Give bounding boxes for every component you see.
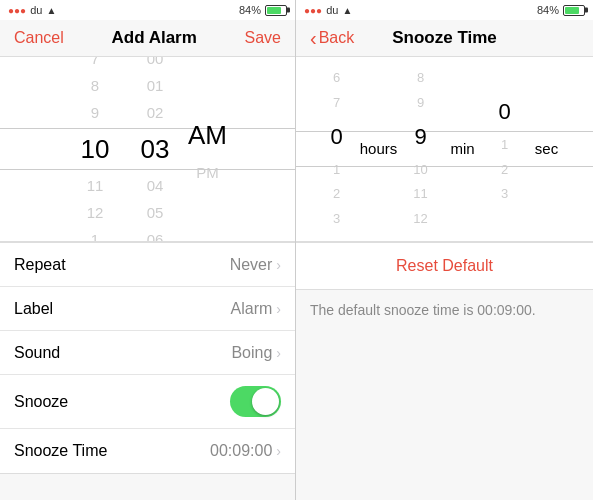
left-status-right: 84% xyxy=(239,4,287,16)
right-signal-icon: ●●● xyxy=(304,5,322,16)
snooze-toggle-group xyxy=(230,386,281,417)
snooze-label: Snooze xyxy=(14,393,68,411)
snooze-sec-label-col: sec xyxy=(523,57,571,241)
time-picker[interactable]: 7 8 9 10 11 12 1 00 01 02 03 04 05 06 xyxy=(0,57,295,242)
picker-columns: 7 8 9 10 11 12 1 00 01 02 03 04 05 06 xyxy=(65,57,230,241)
snooze-settings: Reset Default The default snooze time is… xyxy=(296,242,593,500)
back-button[interactable]: ‹ Back xyxy=(310,28,354,48)
right-status-right: 84% xyxy=(537,4,585,16)
snooze-hour-1: 1 xyxy=(319,158,355,183)
left-battery-pct: 84% xyxy=(239,4,261,16)
right-carrier: du xyxy=(326,4,338,16)
hour-item-1: 1 xyxy=(65,226,125,242)
minute-column[interactable]: 00 01 02 03 04 05 06 xyxy=(125,57,185,241)
snooze-columns: 6 7 0 1 2 3 hours 8 9 xyxy=(319,57,571,241)
snooze-time-title: Snooze Time xyxy=(392,28,497,48)
minute-item-06: 06 xyxy=(125,226,185,242)
hour-item-10-selected: 10 xyxy=(65,126,125,173)
snooze-hours-label-col: hours xyxy=(355,57,403,241)
sound-value: Boing xyxy=(231,344,272,362)
snooze-hour-column[interactable]: 6 7 0 1 2 3 xyxy=(319,57,355,241)
left-header: Cancel Add Alarm Save xyxy=(0,20,295,57)
right-status-left: ●●● du ▲ xyxy=(304,4,352,16)
snooze-min-9-pre: 9 xyxy=(403,91,439,116)
snooze-sec-1: 1 xyxy=(487,133,523,158)
snooze-minute-column[interactable]: 8 9 9 10 11 12 xyxy=(403,57,439,241)
snooze-hour-7: 6 xyxy=(319,66,355,91)
right-battery-icon xyxy=(563,5,585,16)
left-battery-icon xyxy=(265,5,287,16)
sound-label: Sound xyxy=(14,344,60,362)
left-status-left: ●●● du ▲ xyxy=(8,4,56,16)
reset-section: Reset Default xyxy=(296,242,593,290)
label-row[interactable]: Label Alarm › xyxy=(0,287,295,331)
right-battery-pct: 84% xyxy=(537,4,559,16)
snooze-hour-3: 3 xyxy=(319,207,355,232)
minute-item-00: 00 xyxy=(125,57,185,72)
snooze-sec-2: 2 xyxy=(487,158,523,183)
snooze-picker[interactable]: 6 7 0 1 2 3 hours 8 9 xyxy=(296,57,593,242)
snooze-time-row[interactable]: Snooze Time 00:09:00 › xyxy=(0,429,295,473)
snooze-sec-0-selected: 0 xyxy=(487,91,523,133)
sound-value-group: Boing › xyxy=(231,344,281,362)
snooze-min-label: min xyxy=(450,135,474,164)
left-status-bar: ●●● du ▲ 84% xyxy=(0,0,295,20)
toggle-knob xyxy=(252,388,279,415)
minute-item-05: 05 xyxy=(125,199,185,226)
save-button[interactable]: Save xyxy=(245,29,281,47)
label-label: Label xyxy=(14,300,53,318)
snooze-toggle[interactable] xyxy=(230,386,281,417)
info-section: The default snooze time is 00:09:00. xyxy=(296,290,593,330)
repeat-chevron-icon: › xyxy=(276,257,281,273)
right-wifi-icon: ▲ xyxy=(342,5,352,16)
cancel-button[interactable]: Cancel xyxy=(14,29,64,47)
hour-item-11: 11 xyxy=(65,172,125,199)
snooze-sec-3: 3 xyxy=(487,182,523,207)
hour-column[interactable]: 7 8 9 10 11 12 1 xyxy=(65,57,125,241)
reset-default-button[interactable]: Reset Default xyxy=(396,257,493,275)
snooze-hour-8: 7 xyxy=(319,91,355,116)
snooze-second-column[interactable]: 0 1 2 3 xyxy=(487,57,523,241)
sound-row[interactable]: Sound Boing › xyxy=(0,331,295,375)
left-battery-fill xyxy=(267,7,281,14)
minute-item-01: 01 xyxy=(125,72,185,99)
right-header: ‹ Back Snooze Time xyxy=(296,20,593,57)
repeat-row[interactable]: Repeat Never › xyxy=(0,243,295,287)
period-column[interactable]: AM PM xyxy=(185,57,230,241)
snooze-time-label: Snooze Time xyxy=(14,442,107,460)
minute-item-02: 02 xyxy=(125,99,185,126)
snooze-min-11: 11 xyxy=(403,182,439,207)
snooze-min-12: 12 xyxy=(403,207,439,232)
right-status-bar: ●●● du ▲ 84% xyxy=(296,0,593,20)
right-battery-fill xyxy=(565,7,579,14)
back-chevron-icon: ‹ xyxy=(310,28,317,48)
snooze-min-label-col: min xyxy=(439,57,487,241)
settings-group: Repeat Never › Label Alarm › Sound Boing… xyxy=(0,242,295,474)
repeat-value-group: Never › xyxy=(230,256,281,274)
label-value-group: Alarm › xyxy=(231,300,281,318)
period-item-am-selected: AM xyxy=(185,112,230,159)
snooze-time-value: 00:09:00 xyxy=(210,442,272,460)
repeat-value: Never xyxy=(230,256,273,274)
repeat-label: Repeat xyxy=(14,256,66,274)
hour-item-7: 7 xyxy=(65,57,125,72)
snooze-hour-2: 2 xyxy=(319,182,355,207)
snooze-sec-label: sec xyxy=(535,135,558,164)
snooze-row: Snooze xyxy=(0,375,295,429)
left-wifi-icon: ▲ xyxy=(46,5,56,16)
settings-list: Repeat Never › Label Alarm › Sound Boing… xyxy=(0,242,295,500)
period-item-pm: PM xyxy=(185,159,230,186)
left-signal-icon: ●●● xyxy=(8,5,26,16)
hour-item-8: 8 xyxy=(65,72,125,99)
sound-chevron-icon: › xyxy=(276,345,281,361)
label-chevron-icon: › xyxy=(276,301,281,317)
minute-item-03-selected: 03 xyxy=(125,126,185,173)
minute-item-04: 04 xyxy=(125,172,185,199)
label-value: Alarm xyxy=(231,300,273,318)
snooze-min-8: 8 xyxy=(403,66,439,91)
left-carrier: du xyxy=(30,4,42,16)
snooze-min-9-selected: 9 xyxy=(403,116,439,158)
add-alarm-title: Add Alarm xyxy=(112,28,197,48)
right-panel: ●●● du ▲ 84% ‹ Back Snooze Time 6 7 0 xyxy=(296,0,593,500)
back-label: Back xyxy=(319,29,355,47)
